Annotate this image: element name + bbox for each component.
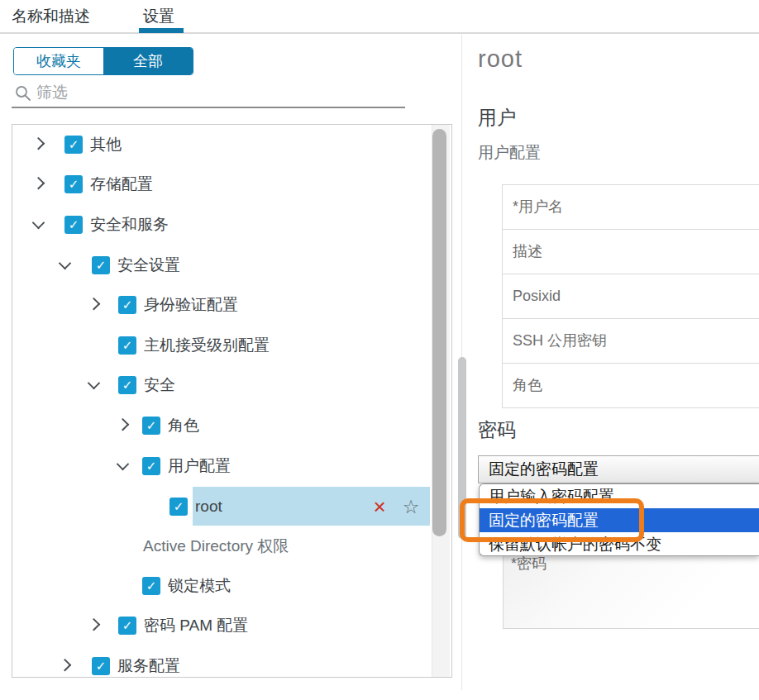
field-ssh-key-label: SSH 公用密钥 [503,319,759,364]
tree-checkbox[interactable]: ✓ [169,498,188,516]
favorites-button[interactable]: 收藏夹 [14,48,103,74]
user-section-heading: 用户 [478,105,516,131]
favorite-star-icon[interactable]: ☆ [401,495,421,517]
tree-item-label[interactable]: 安全设置 [117,255,180,276]
tree-item-authentication[interactable]: ✓身份验证配置 [12,292,430,318]
tree-item-label[interactable]: 身份验证配置 [144,294,238,316]
password-section-heading: 密码 [478,417,516,443]
all-button[interactable]: 全部 [103,48,193,74]
selected-row-highlight [193,487,430,526]
tree-scrollbar-thumb[interactable] [432,129,446,536]
chevron-right-icon[interactable] [88,298,101,311]
tree-item-service-config[interactable]: ✓服务配置 [12,653,430,678]
profile-tree: ✓其他✓存储配置✓安全和服务✓安全设置✓身份验证配置✓主机接受级别配置✓安全✓角… [12,124,452,678]
detail-title: root [478,45,523,73]
tree-checkbox[interactable]: ✓ [118,376,136,394]
search-icon [15,85,31,102]
tree-checkbox[interactable]: ✓ [118,296,136,314]
tree-checkbox[interactable]: ✓ [64,136,83,154]
tab-bar: 名称和描述 设置 [0,0,759,34]
remove-item-icon[interactable]: × [370,498,389,515]
tree-item-security-services[interactable]: ✓安全和服务 [12,212,430,238]
chevron-right-icon[interactable] [32,137,45,150]
tree-filter-toggle: 收藏夹 全部 [13,47,193,75]
password-input[interactable] [511,575,759,621]
user-fields-table: *用户名 描述 Posixid SSH 公用密钥 角色 [502,184,759,408]
field-posixid-label: Posixid [503,274,759,319]
chevron-down-icon[interactable] [59,257,72,270]
tree-item-label[interactable]: 安全 [144,374,175,396]
tree-item-user-config[interactable]: ✓用户配置 [12,453,430,479]
tree-item-label[interactable]: 角色 [168,415,199,436]
password-config-select[interactable]: 固定的密码配置 [478,455,759,483]
tab-name-description[interactable]: 名称和描述 [12,6,90,27]
tree-item-label[interactable]: 密码 PAM 配置 [144,615,248,636]
tree-item-security[interactable]: ✓安全 [12,372,430,398]
tree-item-label[interactable]: 安全和服务 [90,214,169,236]
tree-checkbox[interactable]: ✓ [142,457,160,475]
host-profile-editor: 名称和描述 设置 收藏夹 全部 ✓其他✓存储配置✓安全和服务✓安全设置✓身份验证… [0,0,759,700]
tree-item-acceptance-level[interactable]: ✓主机接受级别配置 [12,332,430,359]
field-username-label: *用户名 [503,185,759,230]
tree-item-label[interactable]: 其他 [90,134,122,155]
tree-item-label[interactable]: 用户配置 [168,455,231,477]
tree-item-ad-permission[interactable]: Active Directory 权限 [12,533,430,560]
tree-item-label[interactable]: root [195,498,222,516]
tree-item-storage[interactable]: ✓存储配置 [12,171,430,198]
user-config-subheading: 用户配置 [478,142,541,164]
filter-search [12,81,405,108]
tree-item-label[interactable]: Active Directory 权限 [143,536,289,557]
chevron-right-icon[interactable] [32,177,45,190]
tree-checkbox[interactable]: ✓ [142,417,160,435]
tree-item-other[interactable]: ✓其他 [12,131,430,158]
chevron-down-icon[interactable] [88,377,101,390]
tree-item-root[interactable]: ✓root×☆ [12,487,430,526]
tree-item-label[interactable]: 锁定模式 [168,575,231,597]
tab-settings[interactable]: 设置 [143,6,174,27]
tree-checkbox[interactable]: ✓ [64,216,83,234]
tree-checkbox[interactable]: ✓ [92,657,110,675]
active-tab-underline [139,28,184,33]
password-field-label: *密码 [511,554,547,574]
chevron-right-icon[interactable] [59,659,72,672]
tree-item-security-settings[interactable]: ✓安全设置 [12,252,430,279]
annotation-highlight-box [460,498,644,542]
tree-item-password-pam[interactable]: ✓密码 PAM 配置 [12,612,430,639]
field-role-label: 角色 [503,364,759,408]
chevron-down-icon[interactable] [117,458,130,471]
tree-item-label[interactable]: 服务配置 [117,655,180,677]
chevron-down-icon[interactable] [32,217,45,230]
tree-checkbox[interactable]: ✓ [64,175,83,193]
tree-item-lockdown[interactable]: ✓锁定模式 [12,573,430,599]
tree-checkbox[interactable]: ✓ [142,577,160,595]
chevron-right-icon[interactable] [117,418,130,431]
field-description-label: 描述 [503,230,759,274]
tree-checkbox[interactable]: ✓ [92,256,110,274]
tree-checkbox[interactable]: ✓ [118,617,136,635]
tree-item-label[interactable]: 存储配置 [90,174,153,195]
chevron-right-icon[interactable] [88,618,101,631]
filter-input[interactable] [35,83,394,102]
tree-item-roles[interactable]: ✓角色 [12,412,430,439]
tree-item-label[interactable]: 主机接受级别配置 [144,335,270,356]
tree-checkbox[interactable]: ✓ [118,336,136,355]
tree-scrollbar-track[interactable] [432,125,450,677]
